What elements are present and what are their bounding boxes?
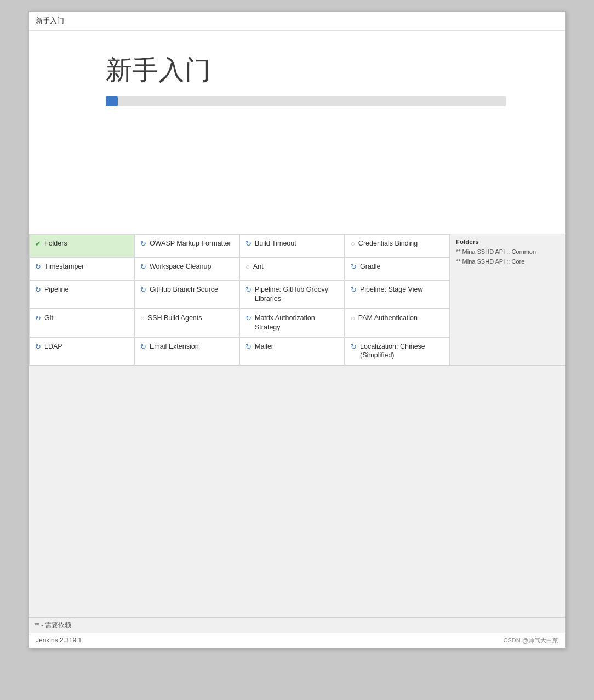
plugin-name: PAM Authentication [358,314,418,323]
main-window: 新手入门 新手入门 ✔ Folders ↻ OWASP Markup Forma… [28,11,566,648]
plugin-cell-pipeline-github-groovy[interactable]: ↻ Pipeline: GitHub Groovy Libraries [239,280,345,309]
plugins-grid: ✔ Folders ↻ OWASP Markup Formatter ↻ Bui… [29,234,450,365]
plugin-name: Build Timeout [255,239,296,248]
hero-title: 新手入门 [106,53,521,88]
plugin-name: SSH Build Agents [148,314,202,323]
refresh-icon: ↻ [35,343,41,351]
plugin-cell-pam-authentication[interactable]: ○ PAM Authentication [345,309,450,337]
watermark-text: CSDN @帅气大白菜 [504,636,558,645]
refresh-icon: ↻ [245,286,252,294]
plugin-cell-ssh-build-agents[interactable]: ○ SSH Build Agents [134,309,239,337]
sidebar-dep-2: ** Mina SSHD API :: Core [456,257,559,267]
plugins-section: ✔ Folders ↻ OWASP Markup Formatter ↻ Bui… [29,234,565,365]
circle-icon: ○ [140,314,145,322]
refresh-icon: ↻ [245,314,252,322]
plugin-name: Pipeline: GitHub Groovy Libraries [255,285,339,304]
plugin-name: GitHub Branch Source [150,285,218,294]
refresh-icon: ↻ [351,286,357,294]
circle-icon: ○ [351,314,355,322]
plugin-name: Ant [253,262,264,271]
footer-note-text: ** - 需要依赖 [35,622,71,628]
refresh-icon: ↻ [35,263,41,271]
refresh-icon: ↻ [245,240,252,248]
refresh-icon: ↻ [351,343,357,351]
plugin-cell-folders[interactable]: ✔ Folders [29,234,134,257]
sidebar-dep-1: ** Mina SSHD API :: Common [456,247,559,257]
hero-section: 新手入门 [29,31,565,234]
plugin-cell-github-branch-source[interactable]: ↻ GitHub Branch Source [134,280,239,309]
plugin-name: Mailer [255,342,273,351]
sidebar-info-title: Folders [456,238,559,245]
plugin-cell-credentials-binding[interactable]: ○ Credentials Binding [345,234,450,257]
circle-icon: ○ [245,263,250,271]
circle-icon: ○ [351,240,355,248]
plugin-cell-git[interactable]: ↻ Git [29,309,134,337]
plugin-name: Git [44,314,53,323]
plugin-name: Pipeline: Stage View [360,285,422,294]
plugin-name: Workspace Cleanup [150,262,211,271]
plugin-cell-email-extension[interactable]: ↻ Email Extension [134,337,239,366]
refresh-icon: ↻ [140,263,146,271]
plugin-cell-ldap[interactable]: ↻ LDAP [29,337,134,366]
plugin-name: Folders [44,239,67,248]
progress-bar-fill [106,96,118,106]
plugin-cell-pipeline[interactable]: ↻ Pipeline [29,280,134,309]
window-title: 新手入门 [36,16,64,25]
plugin-name: LDAP [44,342,62,351]
jenkins-version: Jenkins 2.319.1 [36,636,82,645]
plugin-cell-workspace-cleanup[interactable]: ↻ Workspace Cleanup [134,257,239,280]
footer-note: ** - 需要依赖 [29,617,565,633]
refresh-icon: ↻ [351,263,357,271]
title-bar: 新手入门 [29,12,565,31]
bottom-area [29,365,565,617]
status-bar: Jenkins 2.319.1 CSDN @帅气大白菜 [29,633,565,648]
plugin-cell-matrix-authorization[interactable]: ↻ Matrix Authorization Strategy [239,309,345,337]
plugin-cell-ant[interactable]: ○ Ant [239,257,345,280]
plugin-name: Timestamper [44,262,84,271]
plugin-name: OWASP Markup Formatter [150,239,231,248]
progress-bar-container [106,96,511,106]
refresh-icon: ↻ [140,286,146,294]
plugin-cell-timestamper[interactable]: ↻ Timestamper [29,257,134,280]
plugin-name: Email Extension [150,342,199,351]
sidebar-info-panel: Folders ** Mina SSHD API :: Common ** Mi… [450,234,565,365]
plugin-cell-gradle[interactable]: ↻ Gradle [345,257,450,280]
plugin-cell-build-timeout[interactable]: ↻ Build Timeout [239,234,345,257]
plugin-cell-localization-chinese[interactable]: ↻ Localization: Chinese (Simplified) [345,337,450,366]
plugin-cell-owasp[interactable]: ↻ OWASP Markup Formatter [134,234,239,257]
plugin-name: Matrix Authorization Strategy [255,314,339,332]
plugin-name: Credentials Binding [358,239,418,248]
refresh-icon: ↻ [140,343,146,351]
plugin-name: Gradle [360,262,381,271]
refresh-icon: ↻ [140,240,146,248]
refresh-icon: ↻ [245,343,252,351]
refresh-icon: ↻ [35,286,41,294]
plugin-name: Localization: Chinese (Simplified) [360,342,444,361]
plugin-name: Pipeline [44,285,68,294]
plugin-cell-mailer[interactable]: ↻ Mailer [239,337,345,366]
progress-bar-background [106,96,506,106]
plugin-cell-pipeline-stage-view[interactable]: ↻ Pipeline: Stage View [345,280,450,309]
refresh-icon: ↻ [35,314,41,322]
check-icon: ✔ [35,240,41,248]
